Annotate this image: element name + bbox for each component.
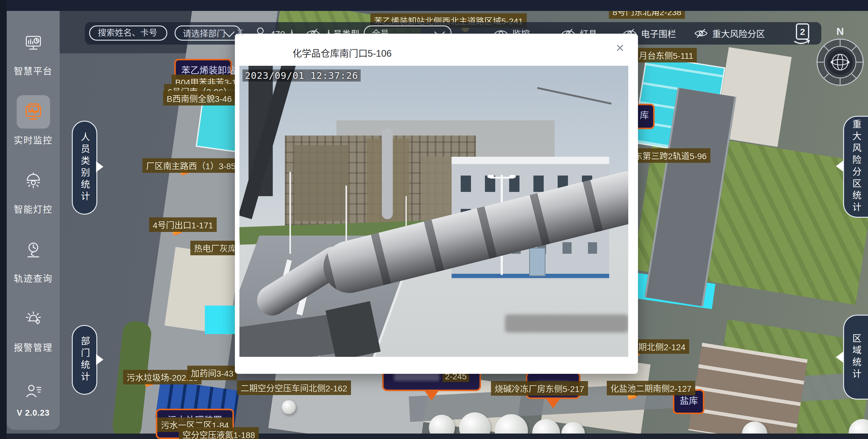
tab-major-risk-zone-stats[interactable]: 重大风险分区统计	[843, 116, 868, 218]
camera-feed-image: 2023/09/01 12:37:26	[240, 66, 628, 357]
camera-label[interactable]: 烧碱冷冻厂房东侧5-217	[491, 381, 588, 396]
camera-label[interactable]: 东第三跨2轨道5-96	[630, 148, 710, 163]
photo-blur-patch	[505, 314, 628, 332]
sidebar-item-label: 实时监控	[14, 133, 53, 146]
photo-lamp-pole	[289, 172, 291, 254]
sidebar-item-label: 智慧平台	[14, 64, 53, 77]
sidebar-item-personnel[interactable]	[17, 375, 50, 408]
sidebar-item-realtime-monitor[interactable]: 实时监控	[14, 95, 53, 146]
person-list-icon	[17, 375, 50, 408]
alarm-manage-icon	[17, 302, 50, 336]
sidebar: 智慧平台 实时监控	[7, 11, 60, 430]
map-storage-tank	[282, 400, 296, 414]
chevron-down-icon	[224, 26, 235, 37]
photo-lamp-head	[509, 175, 516, 178]
sidebar-item-smart-platform[interactable]: 智慧平台	[14, 26, 53, 77]
bottom-bar	[0, 434, 868, 439]
track-query-icon	[17, 233, 50, 267]
camera-label[interactable]: 加药间3-43	[187, 365, 237, 380]
eye-slash-icon	[694, 29, 708, 38]
search-input[interactable]	[97, 28, 159, 38]
sidebar-item-label: 智能灯控	[14, 202, 53, 215]
top-bar	[0, 0, 868, 11]
expand-arrow-icon[interactable]	[836, 161, 843, 172]
camera-label[interactable]: 热电厂灰库	[190, 241, 240, 255]
expand-arrow-icon[interactable]	[836, 352, 843, 362]
photo-door	[529, 248, 546, 276]
smart-park-monitoring-screen: 8号门东北角2-238 苯乙烯装卸站北侧西北主道路区域5-241 月台东侧5-1…	[0, 0, 868, 439]
sidebar-item-label: 报警管理	[14, 340, 53, 353]
tab-department-stats[interactable]: 部门统计	[72, 325, 97, 395]
expand-arrow-icon[interactable]	[96, 161, 103, 172]
camera-label[interactable]: 4号门出口1-171	[149, 217, 217, 232]
camera-label[interactable]: B西南侧全貌3-46	[163, 91, 236, 106]
toggle-major-risk-zone[interactable]: 重大风险分区	[694, 22, 765, 45]
tab-personnel-category-stats[interactable]: 人员类别统计	[72, 121, 97, 215]
search-input-pill[interactable]	[89, 26, 167, 40]
camera-label[interactable]: 化盐池二期南侧2-127	[607, 381, 695, 396]
app-version: V 2.0.23	[17, 408, 50, 418]
balloon-pointer	[545, 398, 561, 408]
camera-label[interactable]: 二期空分空压车间北侧2-162	[237, 380, 351, 395]
photo-crane-line	[537, 87, 612, 105]
tab-area-stats[interactable]: 区域统计	[843, 315, 868, 400]
department-select[interactable]: 请选择部门	[175, 26, 241, 40]
left-edge-bar	[0, 0, 7, 439]
smart-light-icon	[17, 164, 50, 198]
sidebar-item-track-query[interactable]: 轨迹查询	[14, 233, 53, 284]
realtime-monitor-icon	[17, 95, 50, 128]
photo-lamp-head	[487, 175, 494, 178]
toggle-label: 电子围栏	[641, 27, 676, 40]
screen-switch-button[interactable]: 2	[792, 23, 813, 45]
compass-dial-icon	[815, 37, 865, 87]
close-icon[interactable]: ✕	[616, 43, 625, 54]
camera-label[interactable]: 厂区南主路西（1）3-85	[143, 158, 240, 173]
department-select-value: 请选择部门	[183, 27, 225, 39]
camera-label[interactable]: 空分空压液氮1-188	[179, 427, 259, 439]
expand-arrow-icon[interactable]	[96, 354, 103, 365]
north-label: N	[815, 26, 865, 37]
camera-label[interactable]: 月台东侧5-111	[635, 48, 697, 62]
photo-plant-block	[294, 145, 348, 221]
dashboard-monitor-icon	[17, 26, 50, 59]
modal-title: 化学品仓库南门口5-106	[292, 46, 392, 59]
photo-column	[382, 128, 393, 219]
camera-modal: 化学品仓库南门口5-106 ✕	[235, 34, 638, 374]
screen-number: 2	[800, 27, 805, 37]
sidebar-item-label: 轨迹查询	[14, 271, 53, 284]
compass[interactable]: N	[815, 26, 865, 88]
clear-icon[interactable]: ✕	[236, 27, 244, 37]
photo-building-roof	[452, 157, 609, 164]
sidebar-item-smart-light[interactable]: 智能灯控	[14, 164, 53, 215]
sidebar-item-alarm-manage[interactable]: 报警管理	[14, 302, 53, 353]
camera-timestamp: 2023/09/01 12:37:26	[243, 69, 361, 82]
balloon-pointer	[424, 389, 439, 401]
toggle-label: 重大风险分区	[712, 27, 765, 40]
